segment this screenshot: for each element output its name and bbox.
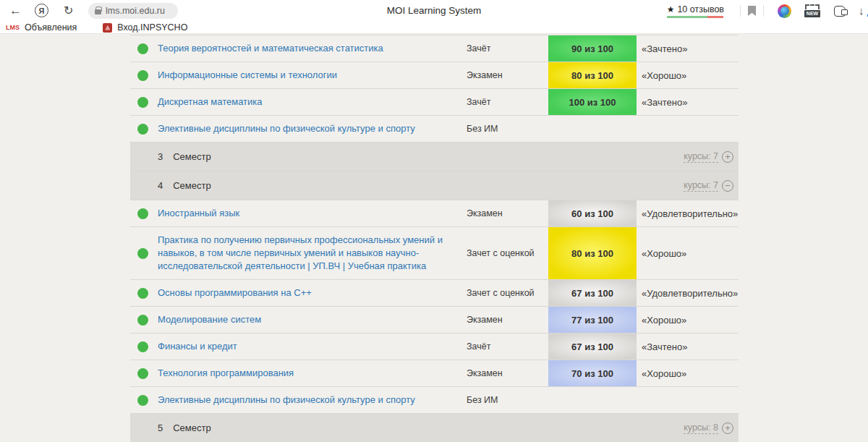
reviews-label: 10 отзывов xyxy=(677,4,724,14)
score-cell: 67 из 100 xyxy=(548,280,637,306)
table-row-course: Моделирование системЭкзамен77 из 100«Хор… xyxy=(130,307,739,333)
toolbar-right-cluster: ★ 10 отзывов NEW ↓ xyxy=(667,0,868,22)
semester-number: 5 xyxy=(158,422,163,433)
assessment-type: Зачёт xyxy=(467,35,548,61)
status-dot-icon xyxy=(137,70,148,81)
status-dot-icon xyxy=(137,124,148,135)
course-link[interactable]: Основы программирования на C++ xyxy=(158,286,312,299)
courses-count-link[interactable]: курсы: 8 xyxy=(684,422,718,434)
grade-text: «Зачтено» xyxy=(637,333,739,360)
bookmarks-bar: LMS Объявления Вход.INPSYCHO xyxy=(0,22,868,34)
course-name-cell: Основы программирования на C++ xyxy=(158,280,467,306)
grade-text: «Хорошо» xyxy=(637,62,739,88)
table-row-course: Элективные дисциплины по физической куль… xyxy=(130,387,739,414)
course-link[interactable]: Теория вероятностей и математическая ста… xyxy=(158,42,383,55)
collapse-toggle-icon[interactable]: − xyxy=(722,180,733,192)
status-dot-icon xyxy=(137,288,148,299)
page-content: Теория вероятностей и математическая ста… xyxy=(0,34,868,442)
status-cell xyxy=(130,307,158,333)
semester-label: Семестр xyxy=(173,422,210,433)
extension-icon[interactable] xyxy=(834,6,846,17)
assessment-type: Зачет с оценкой xyxy=(467,280,548,306)
star-icon: ★ xyxy=(667,4,675,14)
divider xyxy=(740,5,741,17)
course-link[interactable]: Информационные системы и технологии xyxy=(158,69,337,82)
score-cell: 80 из 100 xyxy=(548,62,637,88)
table-row-semester: 4Семестркурсы: 7− xyxy=(130,171,739,200)
score-cell: 60 из 100 xyxy=(548,200,637,226)
reviews-widget[interactable]: ★ 10 отзывов xyxy=(667,4,724,18)
course-link[interactable]: Моделирование систем xyxy=(158,313,261,326)
status-cell xyxy=(130,360,158,386)
status-dot-icon xyxy=(137,395,148,406)
status-dot-icon xyxy=(137,43,148,54)
table-row-course: Технология программированияЭкзамен70 из … xyxy=(130,360,739,387)
table-row-course: Дискретная математикаЗачёт100 из 100«Зач… xyxy=(130,89,739,116)
course-link[interactable]: Финансы и кредит xyxy=(158,340,237,353)
status-dot-icon xyxy=(137,368,148,379)
grade-text: «Удовлетворительно» xyxy=(637,200,739,226)
capture-brackets-icon xyxy=(805,4,820,9)
score-cell: 80 из 100 xyxy=(548,227,637,279)
grade-text: «Удовлетворительно» xyxy=(637,280,739,306)
lms-favicon: LMS xyxy=(6,24,20,31)
status-dot-icon xyxy=(137,341,148,352)
course-link[interactable]: Элективные дисциплины по физической куль… xyxy=(158,394,415,407)
course-link[interactable]: Иностранный язык xyxy=(158,207,239,220)
score-cell xyxy=(548,116,637,142)
courses-count-link[interactable]: курсы: 7 xyxy=(684,151,718,163)
status-cell xyxy=(130,89,158,115)
expand-toggle-icon[interactable]: + xyxy=(722,151,733,163)
status-cell xyxy=(130,200,158,226)
grade-text: «Хорошо» xyxy=(637,227,739,279)
gradebook-table: Теория вероятностей и математическая ста… xyxy=(130,35,739,442)
bookmark-label: Вход.INPSYCHO xyxy=(117,22,187,33)
status-cell xyxy=(130,35,158,61)
course-name-cell: Теория вероятностей и математическая ста… xyxy=(158,35,467,61)
course-link[interactable]: Практика по получению первичных професси… xyxy=(158,234,456,273)
score-badge: 77 из 100 xyxy=(548,307,637,333)
grade-text: «Зачтено» xyxy=(637,35,739,61)
table-row-course: Практика по получению первичных професси… xyxy=(130,227,739,280)
status-dot-icon xyxy=(137,208,148,219)
course-link[interactable]: Элективные дисциплины по физической куль… xyxy=(158,122,415,135)
status-cell xyxy=(130,333,158,360)
bookmark-flag-icon[interactable] xyxy=(748,6,756,16)
course-name-cell: Иностранный язык xyxy=(158,200,467,226)
semester-number: 3 xyxy=(158,151,163,162)
status-cell xyxy=(130,62,158,88)
assessment-type: Зачёт xyxy=(467,333,548,360)
expand-toggle-icon[interactable]: + xyxy=(722,422,733,434)
courses-count-link[interactable]: курсы: 7 xyxy=(684,180,718,192)
downloads-icon[interactable]: ↓ xyxy=(859,4,868,17)
table-row-course: Финансы и кредитЗачёт67 из 100«Зачтено» xyxy=(130,333,739,360)
course-name-cell: Практика по получению первичных професси… xyxy=(158,227,467,279)
bookmark-announcements[interactable]: LMS Объявления xyxy=(6,22,77,33)
course-link[interactable]: Дискретная математика xyxy=(158,95,263,109)
bookmark-inpsycho[interactable]: Вход.INPSYCHO xyxy=(103,22,187,33)
course-name-cell: Технология программирования xyxy=(158,360,467,386)
score-cell: 77 из 100 xyxy=(548,307,637,333)
assessment-type: Экзамен xyxy=(467,62,548,88)
score-cell xyxy=(548,387,637,413)
grade-text: «Хорошо» xyxy=(637,307,739,333)
score-badge: 90 из 100 xyxy=(548,35,637,61)
score-cell: 90 из 100 xyxy=(548,35,637,61)
grade-text xyxy=(637,387,739,413)
course-link[interactable]: Технология программирования xyxy=(158,367,294,380)
course-name-cell: Моделирование систем xyxy=(158,307,467,333)
table-row-course: Элективные дисциплины по физической куль… xyxy=(130,116,739,143)
course-name-cell: Информационные системы и технологии xyxy=(158,62,467,88)
semester-number: 4 xyxy=(158,180,163,191)
status-cell xyxy=(130,227,158,279)
browser-sphere-icon[interactable] xyxy=(778,4,791,18)
sphere-inner xyxy=(780,7,789,15)
grade-text xyxy=(637,116,739,142)
assessment-type: Без ИМ xyxy=(467,116,548,142)
table-row-course: Основы программирования на C++Зачет с оц… xyxy=(130,280,739,307)
table-row-course: Иностранный языкЭкзамен60 из 100«Удовлет… xyxy=(130,200,739,227)
table-row-course: Информационные системы и технологииЭкзам… xyxy=(130,62,739,89)
grade-text: «Хорошо» xyxy=(637,360,739,386)
screen-capture-new-icon[interactable]: NEW xyxy=(804,4,820,17)
course-name-cell: Элективные дисциплины по физической куль… xyxy=(158,116,467,142)
